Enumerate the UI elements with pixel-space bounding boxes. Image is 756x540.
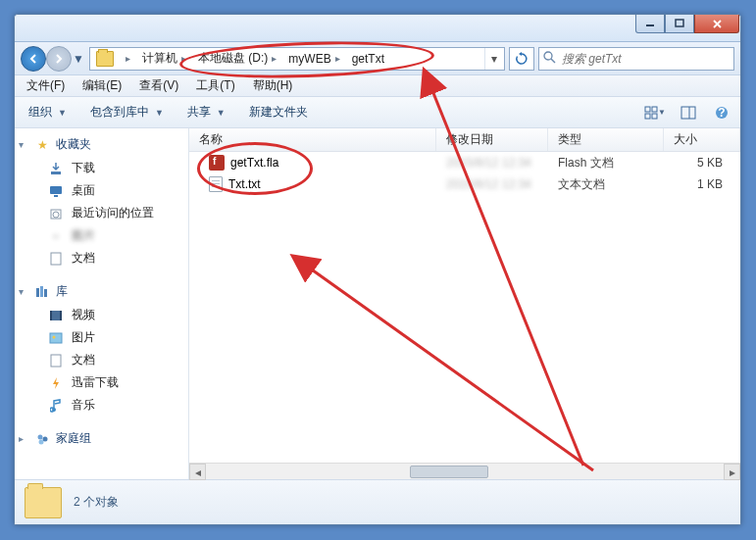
svg-point-16	[53, 212, 59, 218]
address-dropdown[interactable]: ▾	[484, 48, 502, 70]
svg-rect-13	[50, 186, 62, 194]
sidebar-item-desktop[interactable]: 桌面	[15, 179, 188, 202]
column-date[interactable]: 修改日期	[436, 128, 548, 151]
menu-file[interactable]: 文件(F)	[19, 75, 73, 96]
preview-pane-button[interactable]	[678, 102, 699, 123]
search-box[interactable]	[538, 47, 734, 71]
desktop-icon	[48, 183, 64, 199]
file-date: 2015/8/12 12:34	[436, 177, 548, 191]
folder-icon	[96, 51, 114, 67]
chevron-right-icon: ▸	[19, 433, 28, 444]
file-row[interactable]: getTxt.fla2015/8/12 12:34Flash 文档5 KB	[189, 152, 740, 173]
thunder-icon	[48, 375, 64, 391]
file-name: getTxt.fla	[230, 156, 278, 170]
column-headers: 名称 修改日期 类型 大小	[189, 128, 740, 152]
view-options-button[interactable]: ▼	[644, 102, 666, 123]
file-type: 文本文档	[548, 176, 664, 193]
menu-tools[interactable]: 工具(T)	[188, 75, 242, 96]
pictures-icon	[48, 330, 64, 346]
library-header[interactable]: ▾ 库	[15, 279, 188, 304]
breadcrumb-label: 本地磁盘 (D:)	[198, 50, 268, 67]
menubar: 文件(F) 编辑(E) 查看(V) 工具(T) 帮助(H)	[15, 75, 740, 97]
minimize-button[interactable]	[635, 15, 665, 33]
sidebar-item-video[interactable]: 视频	[15, 304, 188, 326]
forward-button[interactable]	[46, 46, 72, 72]
svg-point-2	[544, 52, 552, 60]
search-icon	[543, 51, 556, 67]
file-row[interactable]: Txt.txt2015/8/12 12:34文本文档1 KB	[189, 173, 740, 195]
column-type[interactable]: 类型	[548, 128, 664, 151]
scroll-thumb[interactable]	[410, 466, 488, 478]
file-size: 1 KB	[664, 177, 740, 191]
svg-rect-5	[652, 107, 657, 112]
menu-edit[interactable]: 编辑(E)	[75, 75, 129, 96]
svg-point-25	[53, 335, 56, 338]
svg-rect-12	[51, 172, 61, 174]
library-icon	[34, 284, 50, 300]
scroll-right-button[interactable]: ▸	[724, 464, 740, 480]
file-list-pane: 名称 修改日期 类型 大小 getTxt.fla2015/8/12 12:34F…	[189, 128, 740, 479]
file-list[interactable]: getTxt.fla2015/8/12 12:34Flash 文档5 KBTxt…	[189, 152, 740, 463]
refresh-button[interactable]	[509, 47, 534, 71]
sidebar-item-documents[interactable]: 文档	[15, 247, 188, 270]
svg-rect-26	[51, 355, 61, 367]
scroll-left-button[interactable]: ◂	[189, 464, 206, 480]
file-size: 5 KB	[664, 156, 740, 170]
status-text: 2 个对象	[74, 494, 119, 511]
menu-view[interactable]: 查看(V)	[131, 75, 186, 96]
generic-icon: ▫	[48, 228, 64, 244]
file-icon	[209, 176, 223, 192]
sidebar-item-lib-docs[interactable]: 文档	[15, 349, 188, 371]
svg-rect-8	[681, 107, 695, 119]
new-folder-button[interactable]: 新建文件夹	[243, 101, 314, 123]
toolbar: 组织▼ 包含到库中▼ 共享▼ 新建文件夹 ▼ ?	[15, 97, 740, 128]
address-bar[interactable]: ▸ 计算机▸ 本地磁盘 (D:)▸ myWEB▸ getTxt ▾	[89, 47, 505, 71]
status-bar: 2 个对象	[15, 479, 740, 524]
svg-rect-18	[36, 288, 39, 297]
titlebar	[15, 15, 740, 42]
breadcrumb-computer[interactable]: 计算机▸	[138, 48, 194, 70]
share-button[interactable]: 共享▼	[181, 101, 231, 123]
svg-point-27	[52, 408, 56, 412]
chevron-down-icon: ▾	[19, 286, 28, 297]
breadcrumb-myweb[interactable]: myWEB▸	[284, 48, 347, 70]
horizontal-scrollbar[interactable]: ◂ ▸	[189, 463, 740, 479]
download-icon	[48, 161, 64, 176]
music-icon	[48, 398, 64, 414]
file-type: Flash 文档	[548, 155, 664, 172]
menu-help[interactable]: 帮助(H)	[245, 75, 301, 96]
document-icon	[48, 251, 64, 267]
svg-rect-7	[652, 114, 657, 119]
maximize-button[interactable]	[665, 15, 694, 33]
svg-rect-20	[44, 289, 47, 297]
sidebar-item-music[interactable]: 音乐	[15, 394, 188, 417]
favorites-header[interactable]: ▾ ★ 收藏夹	[15, 132, 188, 157]
nav-history-dropdown[interactable]: ▼	[72, 52, 85, 66]
svg-point-29	[43, 436, 48, 441]
column-size[interactable]: 大小	[664, 128, 740, 151]
svg-text:?: ?	[718, 106, 725, 120]
back-button[interactable]	[21, 46, 46, 72]
document-icon	[48, 353, 64, 368]
include-in-library-button[interactable]: 包含到库中▼	[84, 101, 170, 123]
breadcrumb-gettxt[interactable]: getTxt	[348, 48, 388, 70]
breadcrumb-chevron[interactable]: ▸	[118, 48, 138, 70]
column-name[interactable]: 名称	[189, 128, 436, 151]
svg-point-28	[38, 434, 43, 439]
svg-rect-0	[646, 25, 654, 26]
sidebar-item-downloads[interactable]: 下载	[15, 157, 188, 179]
breadcrumb-drive[interactable]: 本地磁盘 (D:)▸	[194, 48, 284, 70]
organize-button[interactable]: 组织▼	[23, 101, 73, 123]
sidebar-item-recent[interactable]: 最近访问的位置	[15, 202, 188, 224]
sidebar-item-blurred[interactable]: ▫ 图片	[15, 224, 188, 247]
close-button[interactable]	[694, 15, 739, 33]
svg-line-3	[551, 59, 555, 63]
search-input[interactable]	[560, 51, 730, 67]
help-button[interactable]: ?	[711, 102, 732, 123]
sidebar-item-pictures[interactable]: 图片	[15, 326, 188, 349]
svg-rect-17	[51, 253, 61, 265]
homegroup-header[interactable]: ▸ 家庭组	[15, 426, 188, 451]
svg-point-30	[39, 439, 44, 444]
svg-rect-24	[50, 333, 62, 343]
sidebar-item-thunder[interactable]: 迅雷下载	[15, 371, 188, 394]
